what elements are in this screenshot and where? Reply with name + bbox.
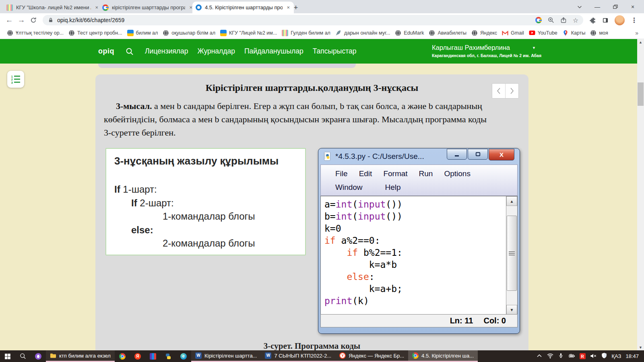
scrollbar-down-icon[interactable]: ▼	[637, 344, 644, 350]
idle-scrollbar[interactable]: ▲ ▼	[506, 196, 517, 315]
yandex-icon: Я	[134, 353, 141, 360]
scrollbar-up-icon[interactable]: ▲	[637, 39, 644, 45]
bookmark-item-6[interactable]: Гулден билим ал	[280, 28, 332, 38]
taskbar-yandex-button[interactable]: Я	[130, 350, 145, 362]
bookmark-item-4[interactable]: оқушылар білім ал	[161, 28, 217, 38]
bookmark-item-11[interactable]: Gmail	[500, 28, 526, 38]
bookmark-item-10[interactable]: Яндекс	[469, 28, 499, 38]
side-panel-icon[interactable]	[602, 17, 609, 23]
forward-button[interactable]: →	[15, 14, 27, 26]
idle-menu-options[interactable]: Options	[444, 169, 470, 178]
google-icon[interactable]	[535, 17, 542, 23]
chrome-icon	[119, 353, 126, 360]
taskbar-edge-button[interactable]: e	[176, 350, 191, 362]
profile-avatar[interactable]	[615, 15, 625, 25]
taskbar-purple-app-button[interactable]	[31, 350, 46, 362]
bookmark-star-icon[interactable]: ☆	[573, 16, 578, 24]
winrar-icon	[150, 353, 156, 360]
address-bar[interactable]: opiq.kz/kit/66/chapter/2659 ☆	[43, 15, 583, 25]
bookmark-item-3[interactable]: билим ал	[125, 28, 160, 38]
scrollbar-thumb[interactable]	[507, 216, 517, 291]
table-of-contents-button[interactable]: 123	[7, 71, 24, 88]
user-menu[interactable]: Карлыгаш Рахимберлина ▼ Карагандинская о…	[432, 44, 536, 59]
bookmark-item-8[interactable]: EduMark	[393, 28, 426, 38]
tray-battery-button[interactable]	[569, 353, 575, 360]
bookmark-item-2[interactable]: Тест центр пробн...	[66, 28, 124, 38]
tab-3[interactable]: 4.5. Кірістірілген шарттарды про×	[192, 2, 294, 13]
nav-item-3[interactable]: Пайдаланушылар	[244, 47, 303, 56]
structure-keyword: else:	[131, 224, 153, 235]
idle-menu-run[interactable]: Run	[419, 169, 433, 178]
code-token: k=a+b;	[324, 284, 402, 294]
bookmark-item-7[interactable]: дарын онлайн муг...	[333, 28, 392, 38]
taskbar-button-11[interactable]: W7 СЫНЫП КТП2022-2...	[261, 350, 335, 362]
idle-minimize-button[interactable]	[447, 149, 467, 160]
search-icon[interactable]	[125, 47, 134, 56]
close-button[interactable]: ×	[624, 0, 642, 13]
clock[interactable]: 18:47	[625, 353, 639, 359]
tray-chevron-up-button[interactable]	[536, 353, 543, 360]
maximize-button[interactable]	[606, 0, 624, 13]
opiq-logo[interactable]: opiq	[98, 47, 114, 56]
idle-menu-file[interactable]: File	[335, 169, 348, 178]
bookmark-item-12[interactable]: YouTube	[527, 28, 559, 38]
tab-1[interactable]: КГУ "Школа- лицей №2 имени А×	[3, 2, 102, 13]
back-button[interactable]: ←	[3, 14, 15, 26]
lesson-card: Кірістірілген шарттарды.қолданудың 3-нұс…	[95, 74, 528, 350]
scroll-down-icon[interactable]: ▼	[506, 305, 517, 315]
new-tab-button[interactable]: +	[291, 2, 301, 13]
idle-menu-format[interactable]: Format	[383, 169, 407, 178]
taskbar-start-button[interactable]	[0, 350, 15, 362]
browser-scrollbar[interactable]: ▲ ▼	[637, 39, 644, 350]
idle-maximize-button[interactable]	[468, 149, 488, 160]
idle-menu-help[interactable]: Help	[385, 183, 401, 192]
code-line-2: b=int(input())	[324, 210, 506, 222]
taskbar-chrome-button[interactable]	[115, 350, 130, 362]
share-icon[interactable]	[560, 17, 567, 23]
tray-antivirus-r-button[interactable]: R	[580, 353, 586, 360]
idle-menu-window[interactable]: Window	[335, 183, 363, 192]
bookmark-item-1[interactable]: Ұлттық тестілеу ор...	[5, 28, 66, 38]
bookmark-item-5[interactable]: КГУ "Лицей №2 им...	[218, 28, 279, 38]
language-indicator[interactable]: ҚАЗ	[612, 353, 621, 359]
tab-close-icon[interactable]: ×	[94, 4, 99, 10]
menu-kebab-icon[interactable]: ⋮	[631, 16, 638, 25]
code-editor[interactable]: a=int(input())b=int(input())k=0if a%2==0…	[321, 196, 506, 315]
idle-close-button[interactable]: X	[489, 149, 514, 160]
tray-shield-button[interactable]	[601, 352, 607, 360]
nav-item-1[interactable]: Лицензиялар	[145, 47, 188, 56]
bookmark-item-13[interactable]: Карты	[560, 28, 588, 38]
code-token: a%2==0:	[336, 235, 380, 246]
reload-button[interactable]	[27, 14, 39, 26]
forward-icon: →	[18, 16, 25, 25]
url-text[interactable]: opiq.kz/kit/66/chapter/2659	[57, 17, 124, 23]
taskbar-button-4[interactable]: ктп билим алга екзел	[46, 350, 115, 362]
scroll-up-icon[interactable]: ▲	[506, 196, 517, 206]
browser-scrollbar-thumb[interactable]	[638, 82, 644, 106]
bookmark-label: Ұлттық тестілеу ор...	[16, 30, 64, 36]
extensions-puzzle-icon[interactable]	[590, 17, 596, 23]
tab-search-button[interactable]	[571, 0, 588, 13]
tab-close-icon[interactable]: ×	[286, 4, 291, 10]
taskbar-button-12[interactable]: YЯндекс — Яндекс Бр...	[335, 350, 408, 362]
minimize-button[interactable]: —	[588, 0, 606, 13]
tray-wifi-button[interactable]	[547, 352, 553, 360]
bookmark-item-14[interactable]: моя	[588, 28, 610, 38]
taskbar-winrar-button[interactable]	[145, 350, 161, 362]
tray-microphone-button[interactable]	[558, 352, 564, 360]
google-g-icon	[102, 4, 109, 11]
taskbar-taskbar-search-button[interactable]	[15, 350, 31, 362]
tray-volume-muted-button[interactable]	[590, 353, 597, 360]
tab-2[interactable]: кірістірілген шарттарды програ×	[99, 2, 196, 13]
previous-page-button[interactable]	[492, 84, 506, 98]
bookmarks-overflow-button[interactable]: »	[632, 30, 642, 36]
nav-item-2[interactable]: Журналдар	[197, 47, 235, 56]
taskbar-python-button[interactable]	[161, 350, 176, 362]
bookmark-item-9[interactable]: Авиабилеты	[427, 28, 469, 38]
idle-menu-edit[interactable]: Edit	[359, 169, 372, 178]
nav-item-4[interactable]: Тапсырыстар	[313, 47, 357, 56]
taskbar-button-10[interactable]: WКірістірілген шартта...	[191, 350, 261, 362]
taskbar-button-13[interactable]: 4.5. Кірістірілген ша...	[408, 350, 478, 362]
next-page-button[interactable]	[506, 84, 518, 98]
zoom-in-icon[interactable]	[548, 17, 554, 23]
